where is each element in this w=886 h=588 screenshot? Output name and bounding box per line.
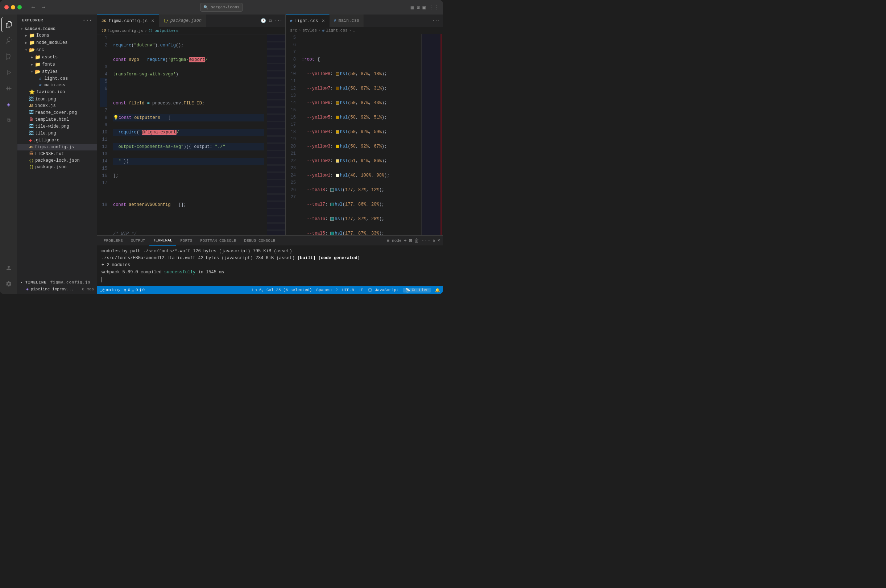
forward-button[interactable]: → <box>40 4 46 10</box>
tab-terminal[interactable]: TERMINAL <box>149 236 176 246</box>
license-file-icon: 🏛 <box>29 151 34 157</box>
sidebar-item-main-css[interactable]: # main.css <box>17 82 97 88</box>
sidebar-item-tile-png[interactable]: 🖼 tile.png <box>17 130 97 136</box>
close-button[interactable] <box>4 5 9 9</box>
minimize-button[interactable] <box>11 5 15 9</box>
fullscreen-button[interactable] <box>17 5 22 9</box>
terminal-content: modules by path ./src/fonts/*.woff 126 b… <box>97 246 443 286</box>
tab-ports[interactable]: PORTS <box>177 236 196 246</box>
status-position[interactable]: Ln 6, Col 25 (6 selected) <box>252 288 312 292</box>
left-code-area[interactable]: 1 2 3 4 5 6 7 8 9 10 11 12 13 1 <box>97 34 285 235</box>
tab-package-json[interactable]: {} package.json <box>159 15 207 27</box>
more-icon[interactable]: ··· <box>274 18 282 24</box>
status-spaces[interactable]: Spaces: 2 <box>316 288 337 292</box>
sidebar-item-light-css[interactable]: # light.css <box>17 75 97 82</box>
layout-icon-1[interactable]: ▦ <box>411 4 414 10</box>
search-activity-icon[interactable] <box>1 33 16 48</box>
tab-close-icon[interactable]: × <box>151 18 154 24</box>
chevron-up-icon[interactable]: ∧ <box>433 238 435 243</box>
account-activity-icon[interactable] <box>1 261 16 275</box>
right-code-area[interactable]: 5 6 7 8 9 10 11 12 13 14 15 16 17 18 <box>286 34 443 235</box>
tab-debug-console[interactable]: DEBUG CONSOLE <box>240 236 279 246</box>
sidebar-item-styles[interactable]: ▾ 📂 styles <box>17 68 97 75</box>
layout-icon-2[interactable]: ⊟ <box>417 4 420 10</box>
tab-output[interactable]: OUTPUT <box>127 236 149 246</box>
sidebar-item-root[interactable]: ▾ SARGAM-ICONS <box>17 26 97 32</box>
sidebar-item-fonts[interactable]: ▶ 📁 fonts <box>17 61 97 68</box>
extensions-activity-icon[interactable] <box>1 81 16 96</box>
sidebar-item-favicon[interactable]: ⭐ favicon.ico <box>17 88 97 96</box>
split-editor-icon[interactable]: ⊟ <box>269 18 271 24</box>
more-icon[interactable]: ··· <box>432 18 440 23</box>
file-label: icon.png <box>35 97 56 102</box>
status-line-ending[interactable]: LF <box>358 288 363 292</box>
breadcrumb-sep: › <box>145 28 147 33</box>
sidebar-item-tile-wide[interactable]: 🖼 tile-wide.png <box>17 123 97 130</box>
sidebar-item-package-json[interactable]: {} package.json <box>17 164 97 170</box>
tab-figma-config[interactable]: JS figma.config.js × <box>97 15 159 27</box>
sidebar-item-assets[interactable]: ▶ 📁 assets <box>17 54 97 61</box>
status-notifications[interactable]: 🔔 <box>435 288 440 292</box>
right-breadcrumb: src › styles › # light.css › … <box>286 27 443 34</box>
add-terminal-icon[interactable]: + <box>404 238 407 244</box>
run-activity-icon[interactable] <box>1 65 16 80</box>
editor-pane-right: # light.css × # main.css ··· src › <box>286 15 443 235</box>
timeline-header[interactable]: ▾ TIMELINE figma.config.js <box>17 279 97 286</box>
tab-label: package.json <box>170 18 202 23</box>
sidebar-item-node-modules[interactable]: ▶ 📁 node_modules <box>17 39 97 46</box>
tab-light-css[interactable]: # light.css × <box>286 15 330 27</box>
status-branch[interactable]: ⎇ main ↻ <box>100 288 120 292</box>
status-errors[interactable]: ⊗ 0 ⚠ 0 ℹ 0 <box>124 288 145 292</box>
status-right: Ln 6, Col 25 (6 selected) Spaces: 2 UTF-… <box>252 288 440 292</box>
status-language[interactable]: {} JavaScript <box>367 288 399 292</box>
figma-activity-icon[interactable]: ◈ <box>1 97 16 112</box>
layout-icon-3[interactable]: ▣ <box>423 4 426 10</box>
code-content-right[interactable]: :root { --yellow8: hsl(50, 87%, 18%); --… <box>299 34 421 235</box>
trash-terminal-icon[interactable]: 🗑 <box>414 238 419 244</box>
html-file-icon: 🗎 <box>29 117 34 122</box>
search-bar[interactable]: 🔍 sargam-icons <box>200 3 243 12</box>
tab-postman-console[interactable]: POSTMAN CONSOLE <box>196 236 240 246</box>
line-numbers: 1 2 3 4 5 6 7 8 9 10 11 12 13 1 <box>97 34 110 235</box>
history-icon[interactable]: 🕐 <box>261 18 266 24</box>
split-terminal-icon[interactable]: ⊟ <box>409 237 412 244</box>
status-encoding[interactable]: UTF-8 <box>342 288 354 292</box>
sidebar-item-gitignore[interactable]: ◆ .gitignore <box>17 136 97 144</box>
tab-close-icon[interactable]: × <box>322 18 324 24</box>
sidebar-item-license[interactable]: 🏛 LICENSE.txt <box>17 150 97 158</box>
sidebar-item-package-lock[interactable]: {} package-lock.json <box>17 158 97 164</box>
explorer-activity-icon[interactable] <box>1 17 16 32</box>
timeline-entry[interactable]: ◈ pipeline improv... 6 mos <box>17 286 97 292</box>
more-terminal-icon[interactable]: ··· <box>421 238 430 244</box>
sidebar-item-icons[interactable]: ▶ 📁 Icons <box>17 32 97 39</box>
titlebar: ← → 🔍 sargam-icons ▦ ⊟ ▣ ⋮⋮ <box>0 0 443 15</box>
right-line-numbers: 5 6 7 8 9 10 11 12 13 14 15 16 17 18 <box>286 34 299 235</box>
folder-label: fonts <box>42 62 55 67</box>
file-label: template.html <box>35 117 69 122</box>
close-terminal-icon[interactable]: × <box>438 238 440 243</box>
terminal-line-3: + 2 modules <box>102 262 439 268</box>
right-tabs: # light.css × # main.css ··· <box>286 15 443 27</box>
back-button[interactable]: ← <box>30 4 36 10</box>
sidebar-item-src[interactable]: ▾ 📂 src <box>17 46 97 54</box>
source-control-activity-icon[interactable] <box>1 49 16 64</box>
sidebar-item-index-js[interactable]: JS index.js <box>17 103 97 109</box>
tab-main-css[interactable]: # main.css <box>330 15 364 27</box>
sidebar-item-figma-config[interactable]: JS figma.config.js <box>17 144 97 150</box>
puzzle-activity-icon[interactable]: ⧉ <box>1 113 16 128</box>
language-text: {} JavaScript <box>367 288 399 292</box>
sidebar-item-readme-cover[interactable]: 🖼 readme_cover.png <box>17 109 97 116</box>
sidebar-more-icon[interactable]: ··· <box>82 17 93 23</box>
tab-problems[interactable]: PROBLEMS <box>100 236 126 246</box>
warning-icon: ⚠ <box>132 288 134 292</box>
terminal-line-1: modules by path ./src/fonts/*.woff 126 b… <box>102 248 439 255</box>
settings-activity-icon[interactable] <box>1 277 16 291</box>
file-label: figma.config.js <box>35 145 74 150</box>
json-file-icon: {} <box>29 165 34 169</box>
status-golive[interactable]: 📡 Go Live <box>403 288 431 292</box>
code-content-left[interactable]: require("dotenv").config(); const svgo =… <box>110 34 267 235</box>
sidebar-item-template-html[interactable]: 🗎 template.html <box>17 116 97 123</box>
terminal-actions: ⊞ node + ⊟ 🗑 ··· ∧ × <box>387 237 440 244</box>
layout-icon-4[interactable]: ⋮⋮ <box>429 4 439 10</box>
sidebar-item-icon-png[interactable]: 🖼 icon.png <box>17 96 97 103</box>
